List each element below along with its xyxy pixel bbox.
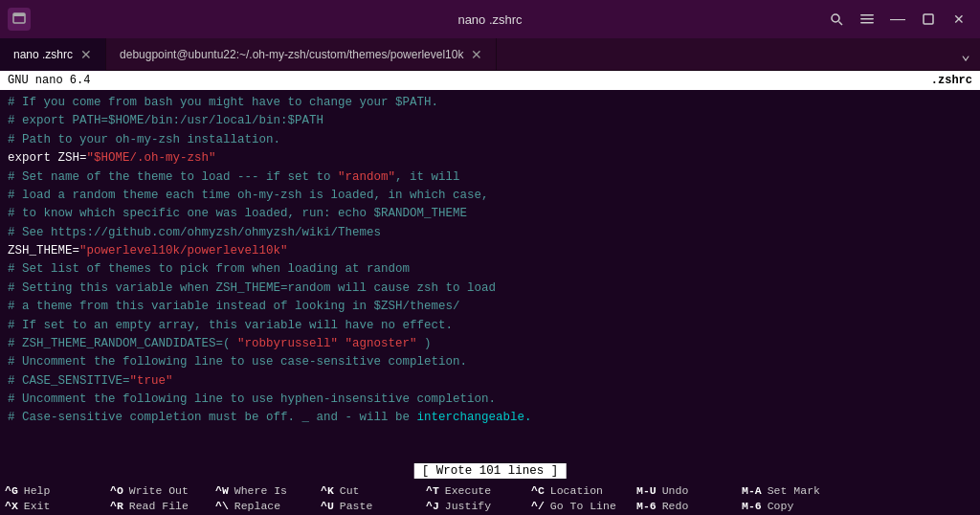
shortcut-label-exit: Exit — [21, 500, 54, 512]
code-line-23: # Case-sensitive completion must be off.… — [8, 409, 972, 427]
tab-close-icon-2[interactable]: ✕ — [471, 48, 482, 61]
svg-rect-4 — [860, 14, 874, 16]
svg-point-2 — [832, 14, 839, 22]
shortcut-label-help: Help — [21, 484, 54, 497]
shortcut-key-justify: ^J — [423, 500, 442, 512]
svg-line-3 — [839, 22, 843, 26]
shortcut-cut[interactable]: ^K Cut — [318, 484, 423, 497]
shortcut-key-redo: M-6 — [634, 500, 659, 512]
tab-nano-zshrc[interactable]: nano .zshrc ✕ — [0, 38, 106, 71]
code-line-1: # If you come from bash you might have t… — [8, 94, 972, 112]
shortcut-label-cut: Cut — [337, 484, 363, 497]
code-line-2: # export PATH=$HOME/bin:/usr/local/bin:$… — [8, 112, 972, 130]
minimize-button[interactable]: — — [884, 6, 911, 33]
shortcut-key-goto: ^/ — [528, 500, 547, 512]
svg-rect-1 — [13, 13, 25, 16]
code-line-13: # Set list of themes to pick from when l… — [8, 260, 972, 279]
shortcut-key-replace: ^\ — [212, 500, 232, 512]
window-title: nano .zshrc — [457, 12, 522, 27]
close-button[interactable]: ✕ — [946, 6, 972, 33]
code-line-7: # Set name of the theme to load --- if s… — [8, 168, 972, 187]
code-line-16: # If set to an empty array, this variabl… — [8, 317, 972, 335]
tab-powerlevel10k[interactable]: debugpoint@ubuntu22:~/.oh-my-zsh/custom/… — [106, 38, 497, 71]
shortcut-paste[interactable]: ^U Paste — [318, 500, 423, 512]
code-line-5: export ZSH="$HOME/.oh-my-zsh" — [8, 149, 972, 168]
search-button[interactable] — [823, 6, 850, 33]
code-line-22: # Uncomment the following line to use hy… — [8, 391, 972, 409]
editor-wrapper: GNU nano 6.4 .zshrc # If you come from b… — [0, 71, 980, 515]
shortcut-label-copy: Copy — [765, 500, 797, 512]
nano-filename: .zshrc — [924, 74, 980, 87]
shortcuts-row-2: ^X Exit ^R Read File ^\ Replace ^U Paste… — [0, 498, 980, 513]
shortcut-label-write: Write Out — [126, 484, 191, 497]
shortcut-write-out[interactable]: ^O Write Out — [107, 484, 212, 497]
shortcut-label-redo: Redo — [659, 500, 692, 512]
code-line-8: # load a random theme each time oh-my-zs… — [8, 187, 972, 205]
shortcut-label-goto: Go To Line — [547, 500, 619, 512]
shortcut-copy[interactable]: M-6 Copy — [739, 500, 844, 512]
code-line-9: # to know which specific one was loaded,… — [8, 205, 972, 223]
shortcut-label-justify: Justify — [442, 500, 494, 512]
code-line-14: # Setting this variable when ZSH_THEME=r… — [8, 280, 972, 298]
shortcut-replace[interactable]: ^\ Replace — [212, 500, 318, 512]
tab-label-2: debugpoint@ubuntu22:~/.oh-my-zsh/custom/… — [120, 48, 463, 61]
shortcut-undo[interactable]: M-U Undo — [634, 484, 739, 497]
title-bar-left — [8, 8, 31, 31]
code-editor[interactable]: # If you come from bash you might have t… — [0, 90, 980, 481]
code-line-20: # CASE_SENSITIVE="true" — [8, 372, 972, 391]
shortcut-justify[interactable]: ^J Justify — [423, 500, 528, 512]
shortcut-redo[interactable]: M-6 Redo — [634, 500, 739, 512]
shortcut-go-to-line[interactable]: ^/ Go To Line — [528, 500, 634, 512]
tab-bar: nano .zshrc ✕ debugpoint@ubuntu22:~/.oh-… — [0, 38, 980, 71]
shortcut-key-help: ^G — [2, 484, 21, 497]
nano-version: GNU nano 6.4 — [0, 74, 924, 87]
nano-header: GNU nano 6.4 .zshrc — [0, 71, 980, 90]
shortcut-label-undo: Undo — [659, 484, 692, 497]
shortcut-key-copy: M-6 — [739, 500, 765, 512]
shortcut-key-exit: ^X — [2, 500, 21, 512]
maximize-button[interactable] — [915, 6, 942, 33]
tab-label: nano .zshrc — [13, 48, 73, 61]
code-line-10: # See https://github.com/ohmyzsh/ohmyzsh… — [8, 224, 972, 242]
title-bar: nano .zshrc — ✕ — [0, 0, 980, 38]
shortcut-key-write: ^O — [107, 484, 126, 497]
svg-rect-6 — [860, 22, 874, 24]
shortcut-label-location: Location — [547, 484, 606, 497]
shortcut-read-file[interactable]: ^R Read File — [107, 500, 212, 512]
svg-rect-5 — [860, 18, 874, 20]
shortcut-label-setmark: Set Mark — [765, 484, 823, 497]
shortcut-label-read: Read File — [126, 500, 191, 512]
shortcut-key-setmark: M-A — [739, 484, 765, 497]
shortcut-where-is[interactable]: ^W Where Is — [212, 484, 318, 497]
shortcut-help[interactable]: ^G Help — [2, 484, 107, 497]
tab-close-icon[interactable]: ✕ — [80, 48, 92, 61]
shortcut-location[interactable]: ^C Location — [528, 484, 634, 497]
window-controls: — ✕ — [823, 6, 972, 33]
shortcut-key-read: ^R — [107, 500, 126, 512]
shortcut-key-undo: M-U — [634, 484, 659, 497]
svg-rect-7 — [924, 14, 933, 24]
code-line-19: # Uncomment the following line to use ca… — [8, 353, 972, 371]
shortcut-set-mark[interactable]: M-A Set Mark — [739, 484, 844, 497]
shortcut-label-where: Where Is — [232, 484, 290, 497]
shortcuts-row-1: ^G Help ^O Write Out ^W Where Is ^K Cut … — [0, 482, 980, 498]
shortcut-label-paste: Paste — [337, 500, 376, 512]
code-line-15: # a theme from this variable instead of … — [8, 298, 972, 316]
code-line-11: ZSH_THEME="powerlevel10k/powerlevel10k" — [8, 242, 972, 260]
menu-button[interactable] — [854, 6, 880, 33]
shortcuts-bar: ^G Help ^O Write Out ^W Where Is ^K Cut … — [0, 481, 980, 515]
shortcut-label-execute: Execute — [442, 484, 494, 497]
shortcut-exit[interactable]: ^X Exit — [2, 500, 107, 512]
shortcut-key-where: ^W — [212, 484, 232, 497]
shortcut-key-paste: ^U — [318, 500, 337, 512]
tab-expand-button[interactable]: ⌄ — [951, 45, 980, 64]
code-line-4: # Path to your oh-my-zsh installation. — [8, 131, 972, 149]
code-line-17: # ZSH_THEME_RANDOM_CANDIDATES=( "robbyru… — [8, 335, 972, 353]
status-message: [ Wrote 101 lines ] — [414, 463, 567, 479]
shortcut-key-location: ^C — [528, 484, 547, 497]
shortcut-key-cut: ^K — [318, 484, 337, 497]
app-icon — [8, 8, 31, 31]
shortcut-label-replace: Replace — [232, 500, 283, 512]
shortcut-key-execute: ^T — [423, 484, 442, 497]
shortcut-execute[interactable]: ^T Execute — [423, 484, 528, 497]
